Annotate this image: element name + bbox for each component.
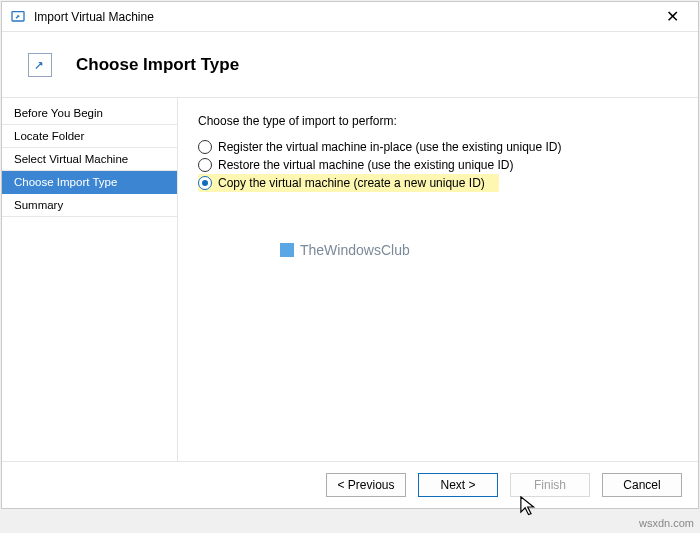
radio-restore[interactable]: Restore the virtual machine (use the exi…: [198, 156, 678, 174]
sidebar: Before You Begin Locate Folder Select Vi…: [2, 98, 178, 461]
sidebar-item-before-you-begin[interactable]: Before You Begin: [2, 102, 177, 125]
wizard-header: Choose Import Type: [2, 32, 698, 98]
titlebar: Import Virtual Machine ✕: [2, 2, 698, 32]
radio-register-in-place[interactable]: Register the virtual machine in-place (u…: [198, 138, 678, 156]
close-button[interactable]: ✕: [650, 3, 694, 31]
finish-button: Finish: [510, 473, 590, 497]
window-title: Import Virtual Machine: [34, 10, 154, 24]
cancel-button[interactable]: Cancel: [602, 473, 682, 497]
wizard-body: Before You Begin Locate Folder Select Vi…: [2, 98, 698, 462]
page-title: Choose Import Type: [76, 55, 239, 75]
radio-copy[interactable]: Copy the virtual machine (create a new u…: [198, 174, 499, 192]
wizard-footer: < Previous Next > Finish Cancel: [2, 462, 698, 508]
sidebar-item-choose-import-type[interactable]: Choose Import Type: [2, 171, 177, 194]
radio-bullet-icon: [198, 158, 212, 172]
watermark-text: TheWindowsClub: [300, 242, 410, 258]
content-panel: Choose the type of import to perform: Re…: [178, 98, 698, 461]
radio-label: Restore the virtual machine (use the exi…: [218, 158, 513, 172]
app-icon: [10, 9, 26, 25]
prompt-text: Choose the type of import to perform:: [198, 114, 678, 128]
previous-button[interactable]: < Previous: [326, 473, 406, 497]
radio-label: Register the virtual machine in-place (u…: [218, 140, 562, 154]
sidebar-item-summary[interactable]: Summary: [2, 194, 177, 217]
wizard-window: Import Virtual Machine ✕ Choose Import T…: [1, 1, 699, 509]
sidebar-item-locate-folder[interactable]: Locate Folder: [2, 125, 177, 148]
radio-label: Copy the virtual machine (create a new u…: [218, 176, 485, 190]
radio-bullet-icon: [198, 140, 212, 154]
attribution-text: wsxdn.com: [639, 517, 694, 529]
sidebar-item-select-virtual-machine[interactable]: Select Virtual Machine: [2, 148, 177, 171]
radio-bullet-icon: [198, 176, 212, 190]
watermark: TheWindowsClub: [280, 242, 410, 258]
import-icon: [28, 53, 52, 77]
next-button[interactable]: Next >: [418, 473, 498, 497]
watermark-logo-icon: [280, 243, 294, 257]
